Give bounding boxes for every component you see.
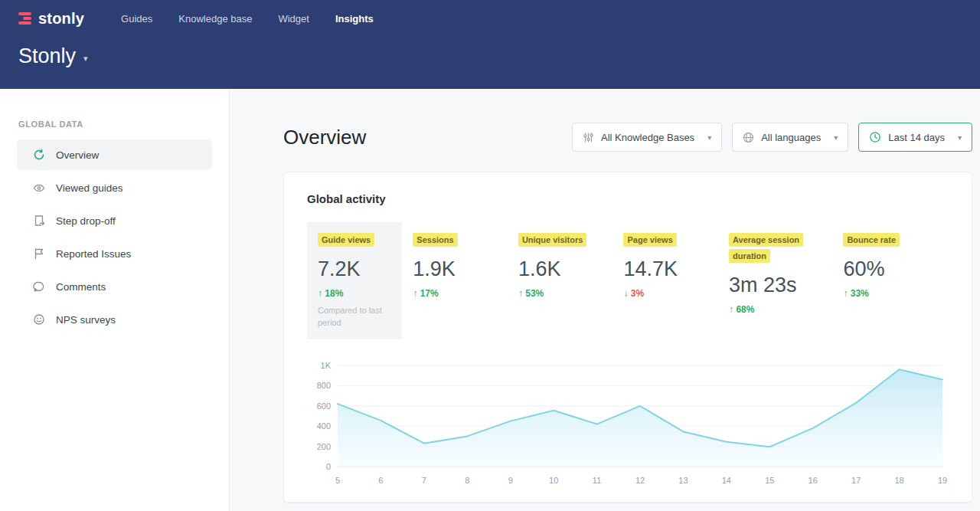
metric-delta: ↑ 18% [318, 288, 391, 299]
smiley-icon [33, 313, 45, 326]
sidebar-item-step-drop-off[interactable]: Step drop-off [17, 205, 212, 236]
card-title: Global activity [307, 192, 949, 205]
metric-page-views: Page views 14.7K ↓ 3% [623, 222, 729, 339]
filter-languages[interactable]: All languages ▾ [732, 123, 848, 152]
app-logo[interactable]: stonly [18, 10, 84, 28]
metric-guide-views: Guide views 7.2K ↑ 18% Compared to last … [307, 222, 402, 339]
metrics-row: Guide views 7.2K ↑ 18% Compared to last … [307, 222, 949, 339]
metric-value: 7.2K [318, 257, 391, 281]
sidebar-item-overview[interactable]: Overview [17, 139, 212, 170]
metric-value: 1.6K [518, 257, 624, 281]
sidebar-item-label: NPS surveys [56, 314, 116, 326]
filter-date-range[interactable]: Last 14 days ▾ [858, 123, 972, 152]
metric-average-session-duration: Average session duration 3m 23s ↑ 68% [729, 222, 843, 339]
sidebar-item-label: Viewed guides [56, 182, 123, 194]
global-activity-card: Global activity Guide views 7.2K ↑ 18% C… [283, 172, 972, 503]
svg-text:6: 6 [378, 476, 383, 485]
clock-icon [869, 131, 881, 143]
metric-sessions: Sessions 1.9K ↑ 17% [413, 222, 518, 339]
sliders-icon [583, 132, 594, 143]
sidebar-item-label: Step drop-off [56, 215, 116, 227]
svg-text:19: 19 [938, 476, 947, 485]
chevron-down-icon: ▾ [707, 133, 711, 142]
eye-icon [33, 182, 45, 194]
metric-label: Page views [623, 233, 676, 247]
svg-text:0: 0 [326, 462, 331, 471]
metric-label: Sessions [413, 233, 457, 247]
sidebar: GLOBAL DATA Overview Viewed guides Step … [0, 89, 230, 511]
svg-text:12: 12 [635, 476, 645, 485]
arrow-up-icon: ↑ [413, 288, 417, 299]
nav-item-guides[interactable]: Guides [121, 13, 152, 25]
arrow-up-icon: ↑ [318, 288, 322, 299]
sidebar-section-title: GLOBAL DATA [0, 120, 229, 139]
chevron-down-icon: ▾ [834, 133, 838, 142]
metric-note: Compared to last period [318, 305, 391, 329]
svg-text:13: 13 [678, 476, 688, 485]
nav-item-insights[interactable]: Insights [335, 13, 374, 25]
svg-text:600: 600 [317, 401, 331, 411]
nav-item-widget[interactable]: Widget [278, 13, 309, 25]
metric-label: Unique visitors [518, 233, 586, 247]
svg-text:200: 200 [317, 441, 331, 450]
chevron-down-icon: ▾ [83, 54, 88, 64]
page-title: Overview [283, 126, 366, 149]
workspace-switcher[interactable]: Stonly ▾ [0, 32, 980, 68]
globe-icon [743, 132, 754, 143]
filter-label: Last 14 days [888, 132, 945, 143]
svg-text:14: 14 [722, 476, 731, 485]
metric-value: 60% [843, 257, 949, 281]
metric-label: Bounce rate [843, 233, 900, 247]
step-dropoff-icon [33, 215, 45, 227]
main-content: Overview All Knowledge Bases ▾ All langu… [230, 89, 980, 511]
svg-text:18: 18 [894, 476, 903, 485]
metric-delta: ↑ 68% [729, 304, 843, 315]
sidebar-item-label: Comments [56, 281, 106, 293]
svg-text:9: 9 [508, 476, 513, 485]
nav-item-knowledge-base[interactable]: Knowledge base [178, 13, 252, 25]
sidebar-item-reported-issues[interactable]: Reported Issues [17, 238, 212, 269]
svg-text:400: 400 [317, 421, 331, 431]
svg-text:11: 11 [593, 476, 601, 485]
top-navigation: stonly Guides Knowledge base Widget Insi… [0, 0, 980, 32]
arrow-up-icon: ↑ [518, 288, 523, 299]
svg-text:15: 15 [765, 476, 774, 485]
comment-icon [33, 280, 45, 293]
svg-text:17: 17 [851, 476, 861, 485]
svg-text:8: 8 [465, 476, 469, 485]
sidebar-item-comments[interactable]: Comments [17, 271, 212, 302]
metric-label: Guide views [318, 233, 374, 247]
filter-label: All languages [761, 132, 821, 143]
activity-chart: 02004006008001K5678910111213141516171819 [307, 358, 950, 490]
top-header: stonly Guides Knowledge base Widget Insi… [0, 0, 980, 89]
svg-text:5: 5 [335, 476, 340, 485]
filters-bar: All Knowledge Bases ▾ All languages ▾ La… [572, 123, 972, 152]
sidebar-item-viewed-guides[interactable]: Viewed guides [17, 172, 212, 203]
svg-text:10: 10 [549, 476, 558, 485]
arrow-down-icon: ↓ [623, 288, 628, 299]
metric-label: Average session duration [729, 233, 803, 263]
arrow-up-icon: ↑ [729, 304, 733, 315]
overview-icon [33, 149, 45, 161]
filter-knowledge-bases[interactable]: All Knowledge Bases ▾ [572, 123, 722, 152]
svg-text:1K: 1K [321, 361, 332, 370]
metric-delta: ↑ 17% [413, 288, 518, 299]
metric-value: 14.7K [623, 257, 729, 281]
metric-delta: ↓ 3% [623, 288, 729, 299]
sidebar-item-label: Reported Issues [56, 248, 131, 260]
sidebar-item-label: Overview [56, 149, 99, 161]
sidebar-item-nps-surveys[interactable]: NPS surveys [17, 304, 212, 335]
metric-value: 1.9K [413, 257, 518, 281]
filter-label: All Knowledge Bases [601, 132, 694, 143]
metric-bounce-rate: Bounce rate 60% ↑ 33% [843, 222, 949, 339]
svg-text:800: 800 [317, 381, 331, 390]
primary-nav: Guides Knowledge base Widget Insights [121, 13, 374, 25]
arrow-up-icon: ↑ [843, 288, 848, 299]
workspace-name: Stonly [18, 44, 76, 68]
svg-text:7: 7 [422, 476, 426, 485]
metric-delta: ↑ 53% [518, 288, 624, 299]
svg-text:16: 16 [808, 476, 818, 485]
metric-delta: ↑ 33% [843, 288, 949, 299]
metric-value: 3m 23s [729, 274, 843, 297]
app-logo-text: stonly [38, 10, 84, 28]
